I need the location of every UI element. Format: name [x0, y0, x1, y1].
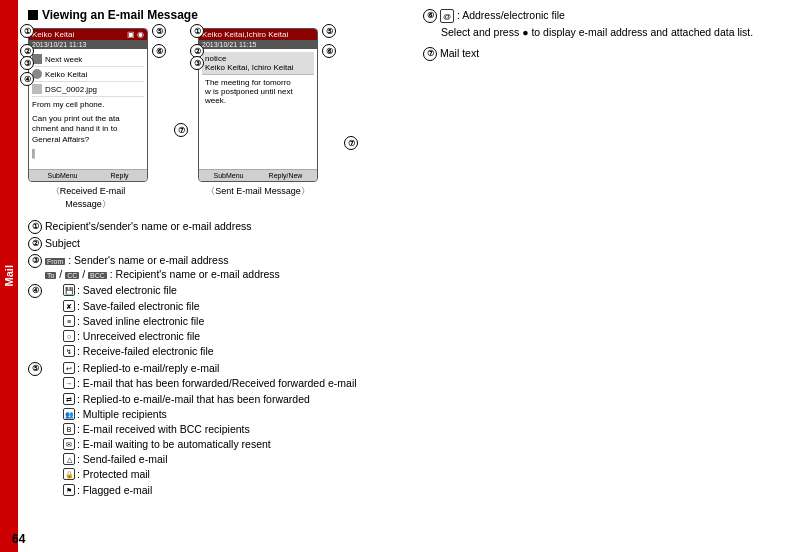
- callout-4-left: ④: [20, 72, 34, 86]
- received-item-1-text: Next week: [45, 55, 82, 64]
- sent-msg-header: notice Keiko Keitai, Ichiro Keitai: [202, 52, 314, 75]
- sidebar-label: Mail: [3, 265, 15, 286]
- bullet-4-sub-5: ↯: Receive-failed electronic file: [45, 344, 214, 358]
- right-item-7-label: ⑦ Mail text: [423, 46, 791, 61]
- red-sidebar: Mail: [0, 0, 18, 552]
- saved-inline-icon: ≡: [63, 315, 75, 327]
- sent-phone-top-bar: Keiko Keitai,Ichiro Keitai: [199, 29, 317, 40]
- circle-num-4: ④: [28, 284, 42, 298]
- right-item-7: ⑦ Mail text: [423, 46, 791, 61]
- callout-7-right: ⑦: [344, 136, 358, 150]
- callout-6-right: ⑥: [322, 44, 336, 58]
- address-icon: @: [440, 9, 454, 23]
- received-cursor: ▌: [32, 147, 144, 160]
- bullet-3-content: From : Sender's name or e-mail address T…: [45, 253, 280, 281]
- sent-btn-2[interactable]: Reply/New: [269, 172, 303, 179]
- right-item-6-title: @ : Address/electronic file: [440, 8, 565, 23]
- received-phone-body: Next week Keiko Keitai DSC_0002.jpg From…: [29, 49, 147, 169]
- flagged-icon: ⚑: [63, 484, 75, 496]
- callout-5-right: ⑤: [322, 24, 336, 38]
- received-top-icons: ▣ ◉: [127, 30, 144, 39]
- send-failed-icon: △: [63, 453, 75, 465]
- cc-tag: CC: [65, 272, 79, 279]
- right-item-6-label: ⑥ @ : Address/electronic file: [423, 8, 791, 23]
- bullet-item-2: ② Subject: [28, 236, 408, 251]
- bullet-5-sub-6: ✉: E-mail waiting to be automatically re…: [45, 437, 357, 451]
- sent-notice-label: notice: [205, 54, 311, 63]
- sent-phone-wrap: ① ② ③ ⑤ ⑥ ⑦ Keiko Keitai,Ichiro Keitai 2…: [198, 28, 328, 211]
- received-caption: 〈Received E-mail Message〉: [28, 185, 148, 211]
- received-phone-wrap: ① ② ③ ④ ⑤ ⑥ ⑦ Keiko Keitai ▣ ◉ 2: [28, 28, 158, 211]
- section-title: Viewing an E-mail Message: [42, 8, 198, 22]
- received-bottom-bar: SubMenu Reply: [29, 169, 147, 181]
- circle-num-2: ②: [28, 237, 42, 251]
- callout-3-left: ③: [20, 56, 34, 70]
- bullet-5-sub-2: →: E-mail that has been forwarded/Receiv…: [45, 376, 357, 390]
- callout-6-left: ⑥: [152, 44, 166, 58]
- bullet-5-sub-9: ⚑: Flagged e-mail: [45, 483, 357, 497]
- received-btn-2[interactable]: Reply: [111, 172, 129, 179]
- callout-1-right: ①: [190, 24, 204, 38]
- main-content: Viewing an E-mail Message ① ② ③ ④ ⑤ ⑥ ⑦: [18, 0, 801, 552]
- received-list-item-2: Keiko Keitai: [32, 67, 144, 82]
- auto-resent-icon: ✉: [63, 438, 75, 450]
- replied-fwd-icon: ⇄: [63, 393, 75, 405]
- bullet-5-subitems: ↩: Replied-to e-mail/reply e-mail →: E-m…: [45, 361, 357, 498]
- bullets-section: ① Recipient's/sender's name or e-mail ad…: [28, 219, 408, 498]
- section-heading: Viewing an E-mail Message: [28, 8, 408, 22]
- phones-row: ① ② ③ ④ ⑤ ⑥ ⑦ Keiko Keitai ▣ ◉ 2: [28, 28, 408, 211]
- right-item-6-label-text: : Address/electronic file: [457, 9, 565, 21]
- forwarded-icon: →: [63, 377, 75, 389]
- sent-bottom-bar: SubMenu Reply/New: [199, 169, 317, 181]
- received-btn-1[interactable]: SubMenu: [48, 172, 78, 179]
- replied-icon: ↩: [63, 362, 75, 374]
- received-phone: Keiko Keitai ▣ ◉ 2013/10/21 11:13 Next w…: [28, 28, 148, 182]
- attach-icon-small: [32, 84, 42, 94]
- sent-caption: 〈Sent E-mail Message〉: [198, 185, 318, 198]
- bullet-5-sub-7: △: Send-failed e-mail: [45, 452, 357, 466]
- right-column: ⑥ @ : Address/electronic file Select and…: [418, 8, 791, 544]
- sent-btn-1[interactable]: SubMenu: [214, 172, 244, 179]
- bullet-item-1: ① Recipient's/sender's name or e-mail ad…: [28, 219, 408, 234]
- sent-from-line: Keiko Keitai, Ichiro Keitai: [205, 63, 311, 72]
- callout-3-right: ③: [190, 56, 204, 70]
- heading-square-icon: [28, 10, 38, 20]
- bullet-4-sub-4: ○: Unreceived electronic file: [45, 329, 214, 343]
- callout-5-left: ⑤: [152, 24, 166, 38]
- callout-1-left: ①: [20, 24, 34, 38]
- sent-sub-bar: 2013/10/21 11:15: [199, 40, 317, 49]
- received-list-item-3: DSC_0002.jpg: [32, 82, 144, 97]
- bullet-item-4: ④ 💾: Saved electronic file ✘: Save-faile…: [28, 283, 408, 359]
- circle-num-1: ①: [28, 220, 42, 234]
- sent-msg-body: The meeting for tomorrow is postponed un…: [202, 75, 314, 155]
- right-item-7-text: Mail text: [440, 46, 479, 61]
- multi-recipients-icon: 👥: [63, 408, 75, 420]
- sent-top-name: Keiko Keitai,Ichiro Keitai: [202, 30, 288, 39]
- from-tag: From: [45, 258, 65, 265]
- to-tag: To: [45, 272, 56, 279]
- bullet-2-text: Subject: [45, 236, 80, 250]
- right-item-6: ⑥ @ : Address/electronic file Select and…: [423, 8, 791, 40]
- sent-phone-body: notice Keiko Keitai, Ichiro Keitai The m…: [199, 49, 317, 169]
- received-item-2-text: Keiko Keitai: [45, 70, 87, 79]
- bullet-4-subitems: 💾: Saved electronic file ✘: Save-failed …: [45, 283, 214, 359]
- unreceived-icon: ○: [63, 330, 75, 342]
- bullet-item-3: ③ From : Sender's name or e-mail address…: [28, 253, 408, 281]
- receive-failed-icon: ↯: [63, 345, 75, 357]
- bullet-5-sub-5: B: E-mail received with BCC recipients: [45, 422, 357, 436]
- bullet-5-sub-1: ↩: Replied-to e-mail/reply e-mail: [45, 361, 357, 375]
- left-column: Viewing an E-mail Message ① ② ③ ④ ⑤ ⑥ ⑦: [28, 8, 418, 544]
- received-list-item-1: Next week: [32, 52, 144, 67]
- save-failed-icon: ✘: [63, 300, 75, 312]
- circle-num-7: ⑦: [423, 47, 437, 61]
- bcc-icon: B: [63, 423, 75, 435]
- received-body-text-2: Can you print out the atachment and hand…: [32, 112, 144, 147]
- right-item-6-desc: Select and press ● to display e-mail add…: [423, 25, 791, 40]
- bullet-5-sub-8: 🔒: Protected mail: [45, 467, 357, 481]
- circle-num-5: ⑤: [28, 362, 42, 376]
- bullet-5-sub-4: 👥: Multiple recipients: [45, 407, 357, 421]
- bullet-4-sub-1: 💾: Saved electronic file: [45, 283, 214, 297]
- bullet-1-text: Recipient's/sender's name or e-mail addr…: [45, 219, 252, 233]
- received-sub-bar: 2013/10/21 11:13: [29, 40, 147, 49]
- bullet-item-5: ⑤ ↩: Replied-to e-mail/reply e-mail →: E…: [28, 361, 408, 498]
